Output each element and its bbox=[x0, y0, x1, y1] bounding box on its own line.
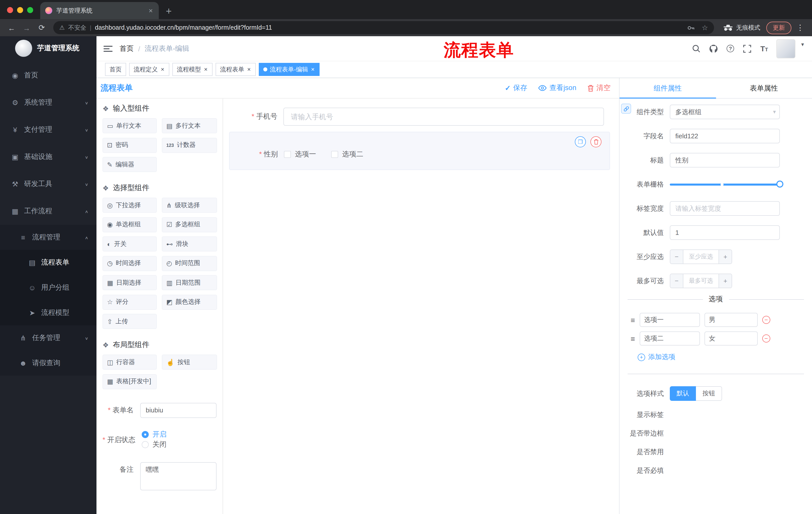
drag-handle-icon[interactable]: ≡ bbox=[631, 334, 635, 343]
phone-field-row[interactable]: 手机号 bbox=[229, 106, 612, 128]
palette-component[interactable]: ◩颜色选择 bbox=[162, 295, 217, 309]
close-icon[interactable]: × bbox=[160, 66, 165, 73]
gender-option-2-checkbox[interactable]: 选项二 bbox=[331, 150, 363, 159]
avatar-dropdown-icon[interactable]: ▾ bbox=[801, 41, 804, 48]
palette-component[interactable]: ⇧上传 bbox=[103, 314, 157, 329]
palette-component[interactable]: ▤多行文本 bbox=[162, 118, 217, 133]
sidebar-logo[interactable]: 芋道管理系统 bbox=[0, 36, 96, 60]
sidebar-item[interactable]: ◉首页 bbox=[0, 62, 96, 89]
palette-component[interactable]: ⊷滑块 bbox=[162, 236, 217, 251]
label-width-input[interactable] bbox=[670, 201, 780, 216]
tab-component-props[interactable]: 组件属性 bbox=[619, 78, 716, 98]
view-tag[interactable]: 首页 bbox=[105, 63, 126, 76]
collapse-sidebar-icon[interactable] bbox=[104, 46, 113, 52]
default-value-input[interactable] bbox=[670, 225, 780, 240]
palette-component[interactable]: ◴时间范围 bbox=[162, 256, 217, 271]
sidebar-item[interactable]: ➤流程模型 bbox=[0, 300, 96, 325]
status-off-radio[interactable]: 关闭 bbox=[142, 440, 167, 449]
browser-tab[interactable]: 芋道管理系统 × bbox=[40, 2, 159, 19]
palette-component[interactable]: ▦日期选择 bbox=[103, 275, 157, 290]
grid-slider[interactable] bbox=[670, 177, 780, 192]
slider-handle[interactable] bbox=[776, 180, 783, 187]
field-name-input[interactable] bbox=[670, 129, 780, 143]
plus-icon[interactable]: + bbox=[719, 250, 732, 264]
phone-field-input[interactable] bbox=[283, 108, 604, 126]
forward-icon[interactable]: → bbox=[20, 23, 33, 32]
fullscreen-icon[interactable] bbox=[743, 44, 752, 53]
minimize-window-icon[interactable] bbox=[17, 7, 23, 13]
option-value-input[interactable] bbox=[704, 313, 758, 327]
maximize-window-icon[interactable] bbox=[27, 7, 33, 13]
gender-option-1-checkbox[interactable]: 选项一 bbox=[284, 150, 316, 159]
sidebar-item[interactable]: ≡流程管理∧ bbox=[0, 225, 96, 250]
selected-field-block[interactable]: ❐ 性别 bbox=[229, 132, 610, 170]
title-input[interactable] bbox=[670, 153, 780, 167]
remove-option-icon[interactable]: − bbox=[762, 316, 770, 324]
sidebar-item[interactable]: ▣基础设施∨ bbox=[0, 143, 96, 170]
palette-component[interactable]: ⊡密码 bbox=[103, 138, 157, 153]
palette-component[interactable]: ☝按钮 bbox=[162, 355, 217, 370]
clear-button[interactable]: 清空 bbox=[587, 83, 610, 92]
window-controls[interactable] bbox=[0, 7, 40, 19]
add-option-button[interactable]: + 添加选项 bbox=[619, 353, 812, 361]
minus-icon[interactable]: − bbox=[670, 250, 684, 264]
view-tag[interactable]: 流程定义× bbox=[129, 63, 169, 76]
back-icon[interactable]: ← bbox=[5, 23, 18, 32]
palette-component[interactable]: ✎编辑器 bbox=[103, 157, 157, 172]
tab-close-icon[interactable]: × bbox=[148, 6, 154, 15]
avatar[interactable] bbox=[777, 39, 796, 58]
drag-handle-icon[interactable]: ≡ bbox=[631, 316, 635, 324]
close-window-icon[interactable] bbox=[7, 7, 13, 13]
component-type-select[interactable]: 多选框组 bbox=[670, 105, 780, 119]
status-on-radio[interactable]: 开启 bbox=[142, 430, 167, 439]
close-icon[interactable]: × bbox=[203, 66, 208, 73]
form-canvas[interactable]: 手机号 ❐ 性 bbox=[223, 99, 619, 514]
sidebar-item[interactable]: ⚙系统管理∨ bbox=[0, 89, 96, 116]
sidebar-item[interactable]: ☻请假查询 bbox=[0, 351, 96, 376]
browser-menu-icon[interactable]: ⋮ bbox=[793, 23, 807, 32]
palette-component[interactable]: ☆评分 bbox=[103, 295, 157, 309]
close-icon[interactable]: × bbox=[311, 66, 315, 73]
view-tag[interactable]: 流程模型× bbox=[172, 63, 212, 76]
key-icon[interactable] bbox=[687, 23, 696, 32]
update-button[interactable]: 更新 bbox=[766, 21, 791, 34]
gender-field-row[interactable]: 性别 选项一 选项二 bbox=[230, 147, 609, 161]
palette-component[interactable]: ◐开关 bbox=[103, 236, 157, 251]
copy-field-button[interactable]: ❐ bbox=[575, 136, 586, 147]
max-checked-stepper[interactable]: − 最多可选 + bbox=[670, 274, 732, 288]
min-checked-stepper[interactable]: − 至少应选 + bbox=[670, 249, 732, 264]
palette-component[interactable]: ▭单行文本 bbox=[103, 118, 157, 133]
address-bar[interactable]: ⚠ 不安全 | dashboard.yudao.iocoder.cn/bpm/m… bbox=[53, 21, 714, 34]
plus-icon[interactable]: + bbox=[719, 274, 732, 288]
breadcrumb-home[interactable]: 首页 bbox=[120, 44, 134, 53]
github-icon[interactable] bbox=[709, 44, 718, 53]
view-json-button[interactable]: 查看json bbox=[539, 83, 576, 92]
sidebar-item[interactable]: ⚒研发工具∨ bbox=[0, 170, 96, 198]
style-default-button[interactable]: 默认 bbox=[670, 386, 696, 401]
new-tab-button[interactable]: + bbox=[159, 6, 172, 19]
palette-component[interactable]: ◷时间选择 bbox=[103, 256, 157, 271]
style-button-button[interactable]: 按钮 bbox=[696, 386, 722, 401]
help-icon[interactable]: ? bbox=[727, 45, 734, 52]
view-tag[interactable]: 流程表单× bbox=[215, 63, 256, 76]
reload-icon[interactable]: ⟳ bbox=[35, 23, 48, 32]
sidebar-item[interactable]: ¥支付管理∨ bbox=[0, 116, 96, 143]
search-icon[interactable] bbox=[691, 44, 700, 53]
form-name-input[interactable] bbox=[140, 403, 216, 418]
palette-component[interactable]: ◫行容器 bbox=[103, 355, 157, 370]
palette-component[interactable]: ☑多选框组 bbox=[162, 217, 217, 232]
minus-icon[interactable]: − bbox=[670, 274, 684, 288]
palette-component[interactable]: ◎下拉选择 bbox=[103, 198, 157, 213]
sidebar-item[interactable]: ⋔任务管理∨ bbox=[0, 325, 96, 351]
sidebar-item[interactable]: ☺用户分组 bbox=[0, 275, 96, 300]
remove-option-icon[interactable]: − bbox=[762, 334, 770, 343]
save-button[interactable]: ✓ 保存 bbox=[505, 83, 527, 92]
bookmark-star-icon[interactable]: ☆ bbox=[702, 24, 708, 32]
font-size-icon[interactable]: TT bbox=[760, 44, 768, 53]
tab-form-props[interactable]: 表单属性 bbox=[716, 78, 812, 98]
palette-component[interactable]: 123计数器 bbox=[162, 138, 217, 153]
palette-component[interactable]: ▥日期范围 bbox=[162, 275, 217, 290]
close-icon[interactable]: × bbox=[247, 66, 251, 73]
sidebar-item[interactable]: ▤流程表单 bbox=[0, 250, 96, 275]
palette-component[interactable]: ▦表格[开发中] bbox=[103, 374, 157, 389]
